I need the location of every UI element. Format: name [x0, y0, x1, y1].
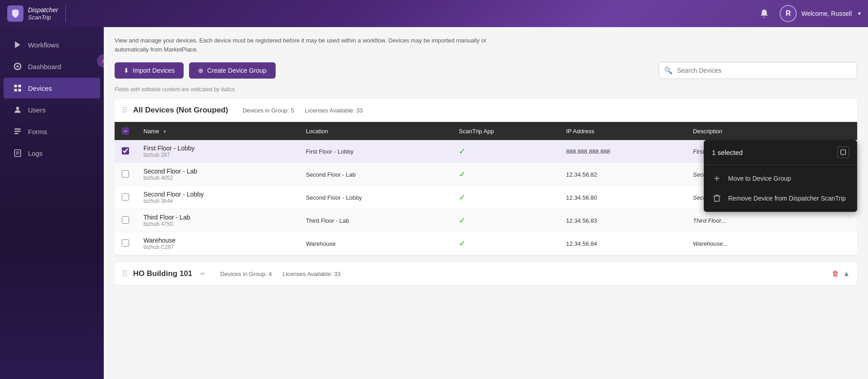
row-scantrip-app: ✓ — [452, 163, 559, 186]
toolbar: ⬇ Import Devices ⊕ Create Device Group 🔍 — [115, 62, 857, 79]
row-ip-address: 12.34.56.82 — [559, 163, 686, 186]
row-scantrip-app: ✓ — [452, 232, 559, 255]
all-devices-group-title: All Devices (Not Grouped) — [133, 106, 228, 115]
select-all-checkbox[interactable]: − — [122, 127, 129, 135]
table-col-location: Location — [299, 122, 452, 140]
italic-note: Fields with editable content are indicat… — [115, 86, 857, 93]
svg-marker-0 — [15, 42, 20, 48]
sidebar-item-workflows[interactable]: Workflows — [4, 34, 100, 55]
sidebar-item-devices[interactable]: Devices — [4, 78, 100, 98]
all-devices-group-header: ⠿ All Devices (Not Grouped) Devices in G… — [115, 99, 857, 122]
selection-count: 1 selected — [712, 149, 743, 156]
svg-rect-2 — [14, 85, 17, 88]
user-area[interactable]: R Welcome, Russell ▾ — [780, 5, 861, 22]
remove-device-action[interactable]: Remove Device from Dispatcher ScanTrip — [704, 188, 857, 208]
row-location: First Floor - Lobby — [299, 140, 452, 163]
checkmark-icon: ✓ — [459, 193, 466, 202]
forms-icon — [13, 126, 23, 136]
svg-rect-14 — [841, 150, 846, 155]
row-location: Second Floor - Lab — [299, 163, 452, 186]
svg-point-6 — [16, 107, 19, 110]
logs-icon — [13, 148, 23, 158]
checkmark-icon: ✓ — [459, 147, 466, 156]
ho-building-group: ⠿ HO Building 101 ✏ Devices in Group: 4 … — [115, 262, 857, 285]
remove-device-icon — [712, 194, 722, 203]
row-checkbox[interactable] — [122, 193, 129, 201]
sidebar-item-forms[interactable]: Forms — [4, 121, 100, 142]
svg-rect-13 — [16, 154, 18, 154]
row-checkbox-cell — [115, 209, 136, 232]
row-ip-address: 12.34.56.83 — [559, 209, 686, 232]
table-col-checkbox: − — [115, 122, 136, 140]
svg-rect-7 — [14, 128, 20, 130]
drag-handle-icon: ⠿ — [122, 105, 128, 115]
user-name: Welcome, Russell — [801, 10, 852, 17]
svg-rect-12 — [16, 153, 19, 153]
svg-rect-11 — [16, 152, 19, 152]
selection-dropdown: 1 selected Move to Device Group — [704, 140, 857, 212]
row-name: Second Floor - Lobbybizhub 364e — [136, 186, 299, 209]
row-checkbox[interactable] — [122, 147, 129, 154]
row-checkbox-cell — [115, 232, 136, 255]
table-header-row: − Name ▼ Location ScanTrip App IP Addres… — [115, 122, 857, 140]
row-ip-address: 12.34.56.84 — [559, 232, 686, 255]
top-divider — [65, 5, 66, 23]
import-devices-button[interactable]: ⬇ Import Devices — [115, 62, 184, 79]
edit-icon[interactable]: ✏ — [200, 270, 206, 277]
row-checkbox[interactable] — [122, 216, 129, 224]
sidebar-nav: Workflows Dashboard Devices — [0, 31, 104, 167]
logo-area: Dispatcher ScanTrip — [7, 5, 58, 22]
search-input[interactable] — [659, 62, 857, 79]
search-container: 🔍 — [659, 62, 857, 79]
group-meta: Devices in Group: 5 Licenses Available: … — [243, 107, 363, 114]
main-content: View and manage your devices. Each devic… — [104, 27, 868, 379]
app-logo-text: Dispatcher ScanTrip — [28, 6, 58, 21]
notification-button[interactable] — [756, 5, 772, 22]
row-location: Warehouse — [299, 232, 452, 255]
table-col-ip: IP Address — [559, 122, 686, 140]
ho-building-title: HO Building 101 — [133, 269, 192, 278]
row-name: First Floor - Lobbybizhub 287 — [136, 140, 299, 163]
table-row: Warehousebizhub C287Warehouse✓12.34.56.8… — [115, 232, 857, 255]
row-ip-address: 888.888.888.888 — [559, 140, 686, 163]
svg-rect-9 — [14, 133, 18, 134]
row-checkbox-cell — [115, 186, 136, 209]
ho-licenses-available: Licenses Available: 33 — [282, 271, 340, 277]
add-circle-icon: ⊕ — [198, 67, 203, 74]
sidebar: 📌 Workflows Dashboard — [0, 27, 104, 379]
row-checkbox-cell — [115, 163, 136, 186]
table-col-name[interactable]: Name ▼ — [136, 122, 299, 140]
row-location: Second Floor - Lobby — [299, 186, 452, 209]
svg-rect-4 — [14, 89, 17, 92]
create-device-group-button[interactable]: ⊕ Create Device Group — [189, 62, 276, 79]
workflows-icon — [13, 40, 23, 50]
svg-rect-8 — [14, 131, 20, 132]
sidebar-item-logs[interactable]: Logs — [4, 143, 100, 164]
licenses-available: Licenses Available: 33 — [305, 107, 363, 114]
table-col-scantrip: ScanTrip App — [452, 122, 559, 140]
checkmark-icon: ✓ — [459, 170, 466, 179]
row-checkbox[interactable] — [122, 170, 129, 178]
ho-devices-in-group: Devices in Group: 4 — [220, 271, 272, 277]
import-icon: ⬇ — [124, 67, 129, 74]
row-scantrip-app: ✓ — [452, 209, 559, 232]
selection-close-button[interactable] — [837, 146, 849, 158]
move-to-group-icon — [712, 174, 722, 183]
sidebar-item-users[interactable]: Users — [4, 99, 100, 120]
avatar: R — [780, 5, 797, 22]
sidebar-item-dashboard[interactable]: Dashboard — [4, 56, 100, 77]
table-col-description: Description — [686, 122, 857, 140]
selection-header: 1 selected — [704, 140, 857, 165]
move-to-group-action[interactable]: Move to Device Group — [704, 168, 857, 188]
selection-actions: Move to Device Group Remove Device from … — [704, 165, 857, 212]
row-name: Third Floor - Labbizhub 4750 — [136, 209, 299, 232]
checkmark-icon: ✓ — [459, 216, 466, 225]
devices-in-group: Devices in Group: 5 — [243, 107, 294, 114]
collapse-group-button[interactable]: ▲ — [843, 270, 850, 278]
row-name: Second Floor - Labbizhub 4052 — [136, 163, 299, 186]
delete-group-button[interactable]: 🗑 — [832, 270, 839, 278]
ho-group-actions: 🗑 ▲ — [832, 270, 850, 278]
svg-rect-3 — [18, 85, 21, 88]
row-checkbox[interactable] — [122, 239, 129, 247]
users-icon — [13, 105, 23, 115]
